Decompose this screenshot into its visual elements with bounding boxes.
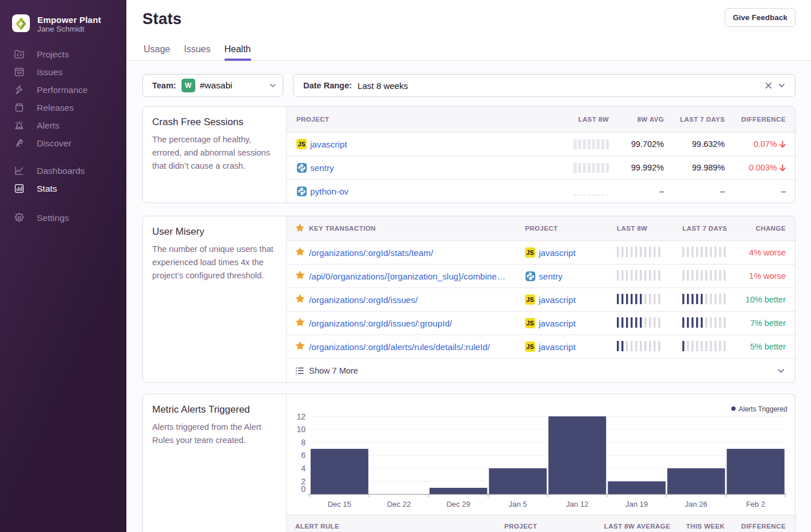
- svg-text:2: 2: [301, 477, 306, 486]
- svg-text:Dec 15: Dec 15: [327, 500, 351, 508]
- svg-text:10: 10: [296, 425, 306, 434]
- svg-text:Jan 26: Jan 26: [685, 500, 707, 508]
- svg-text:4: 4: [301, 464, 306, 473]
- svg-text:12: 12: [296, 412, 306, 421]
- svg-text:Jan 12: Jan 12: [566, 500, 589, 508]
- svg-text:6: 6: [301, 451, 306, 460]
- svg-text:Jan 19: Jan 19: [625, 500, 648, 508]
- svg-text:8: 8: [301, 438, 306, 447]
- svg-text:Alerts Triggered: Alerts Triggered: [739, 405, 787, 413]
- svg-text:Dec 22: Dec 22: [387, 500, 411, 508]
- svg-text:Dec 29: Dec 29: [446, 500, 470, 508]
- svg-text:Jan 5: Jan 5: [509, 500, 527, 508]
- svg-text:Feb 2: Feb 2: [746, 500, 765, 508]
